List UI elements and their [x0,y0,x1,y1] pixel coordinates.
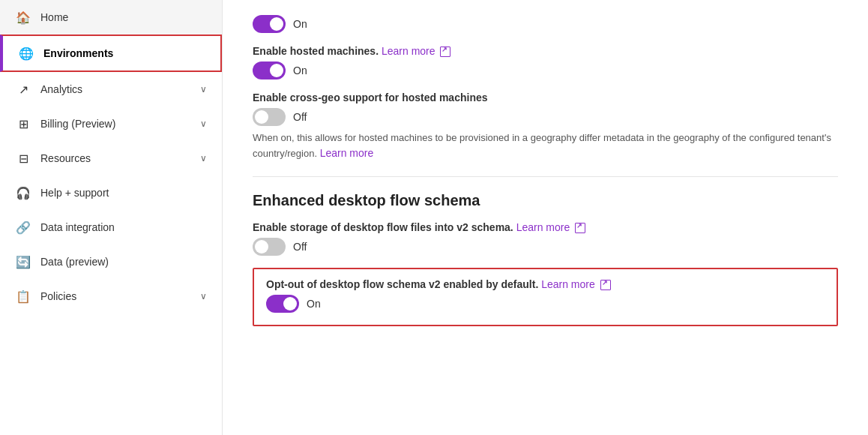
storage-learn-more[interactable]: Learn more [516,221,570,233]
chevron-down-icon: ∨ [200,153,207,164]
sidebar-item-analytics[interactable]: ↗ Analytics ∨ [0,72,222,106]
top-toggle[interactable] [253,15,286,33]
toggle-thumb [270,17,283,31]
storage-status: Off [293,241,307,253]
opt-out-label: Opt-out of desktop flow schema v2 enable… [266,278,825,290]
sidebar-item-label: Home [40,11,207,23]
sidebar-item-label: Data (preview) [40,256,207,268]
chevron-down-icon: ∨ [200,291,207,302]
hosted-machines-setting: Enable hosted machines. Learn more On [253,45,838,80]
sidebar-item-resources[interactable]: ⊟ Resources ∨ [0,141,222,176]
resources-icon: ⊟ [15,150,31,166]
cross-geo-description: When on, this allows for hosted machines… [253,130,838,161]
sidebar-item-label: Data integration [40,221,207,233]
cross-geo-label: Enable cross-geo support for hosted mach… [253,92,838,104]
external-link-icon [440,46,450,57]
sidebar-item-billing[interactable]: ⊞ Billing (Preview) ∨ [0,106,222,141]
sidebar-item-label: Policies [40,290,200,302]
cross-geo-toggle[interactable] [253,108,286,126]
opt-out-learn-more[interactable]: Learn more [541,278,595,290]
external-link-icon [600,280,611,290]
main-content: On Enable hosted machines. Learn more On… [223,0,868,435]
top-toggle-status: On [293,18,307,30]
sidebar: 🏠 Home 🌐 Environments ↗ Analytics ∨ ⊞ Bi… [0,0,223,435]
globe-icon: 🌐 [18,45,34,62]
sidebar-item-label: Environments [43,47,205,59]
storage-toggle-row: Off [253,238,838,256]
sidebar-item-label: Billing (Preview) [40,118,200,130]
hosted-machines-learn-more[interactable]: Learn more [382,45,435,57]
hosted-machines-toggle[interactable] [253,62,286,80]
data-preview-icon: 🔄 [15,254,31,270]
top-setting-row: On [253,15,838,33]
external-link-icon [575,223,585,233]
sidebar-item-help[interactable]: 🎧 Help + support [0,176,222,210]
cross-geo-learn-more[interactable]: Learn more [320,147,374,159]
hosted-machines-toggle-row: On [253,62,838,80]
sidebar-item-data-preview[interactable]: 🔄 Data (preview) [0,244,222,279]
storage-label: Enable storage of desktop flow files int… [253,221,838,233]
opt-out-toggle-row: On [266,295,825,313]
sidebar-item-policies[interactable]: 📋 Policies ∨ [0,279,222,314]
opt-out-toggle[interactable] [266,295,299,313]
chevron-down-icon: ∨ [200,118,207,129]
toggle-thumb [255,110,268,124]
opt-out-status: On [307,298,321,310]
sidebar-item-label: Analytics [40,83,200,95]
section-divider [253,176,838,177]
sidebar-item-data-integration[interactable]: 🔗 Data integration [0,210,222,244]
cross-geo-toggle-row: Off [253,108,838,126]
hosted-machines-label: Enable hosted machines. Learn more [253,45,838,57]
billing-icon: ⊞ [15,116,31,132]
sidebar-item-label: Help + support [40,187,207,199]
sidebar-item-label: Resources [40,152,200,164]
top-toggle-row: On [253,15,838,33]
policies-icon: 📋 [15,288,31,304]
desktop-flow-title: Enhanced desktop flow schema [253,192,838,209]
data-integration-icon: 🔗 [15,219,31,236]
cross-geo-setting: Enable cross-geo support for hosted mach… [253,92,838,161]
toggle-thumb [255,240,268,254]
cross-geo-status: Off [293,111,307,123]
toggle-thumb [283,297,297,310]
desktop-flow-section: Enhanced desktop flow schema Enable stor… [253,192,838,327]
chevron-down-icon: ∨ [200,84,207,94]
storage-toggle[interactable] [253,238,286,256]
home-icon: 🏠 [15,9,31,26]
sidebar-item-environments[interactable]: 🌐 Environments [0,34,222,72]
opt-out-highlighted-box: Opt-out of desktop flow schema v2 enable… [253,268,838,326]
analytics-icon: ↗ [15,81,31,98]
storage-setting: Enable storage of desktop flow files int… [253,221,838,256]
hosted-machines-status: On [293,64,307,76]
sidebar-item-home[interactable]: 🏠 Home [0,0,222,34]
help-icon: 🎧 [15,184,31,201]
toggle-thumb [270,64,283,77]
